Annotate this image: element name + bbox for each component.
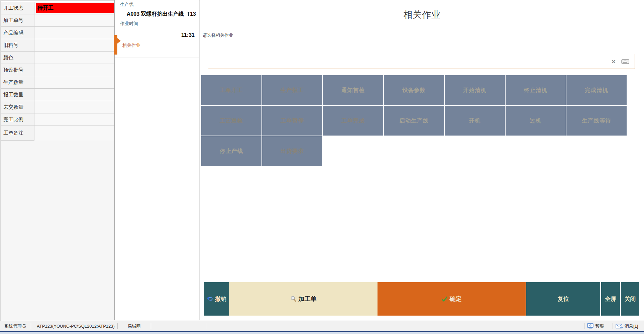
field-value <box>34 52 114 64</box>
keyboard-icon[interactable] <box>619 59 635 64</box>
alert-label: 预警 <box>596 323 604 329</box>
action-button[interactable]: 出货要求 <box>262 136 322 166</box>
fullscreen-button[interactable]: 全屏 <box>601 282 620 316</box>
field-label: 报工数量 <box>1 89 34 101</box>
action-button[interactable]: 生产报工 <box>262 75 322 105</box>
field-value <box>34 14 114 26</box>
production-line-label: 生产线 <box>120 2 134 8</box>
action-button[interactable]: 终止清机 <box>506 75 566 105</box>
table-row: 生产数量 <box>1 76 114 89</box>
action-button[interactable]: 通知首检 <box>323 75 383 105</box>
message-button[interactable]: 消息[1] <box>616 321 638 331</box>
operation-button-grid: 工单开工 生产报工 通知首检 设备参数 开始清机 终止清机 完成清机 工艺巡检 … <box>201 75 627 166</box>
divider <box>613 323 613 329</box>
divider <box>584 323 584 329</box>
alert-button[interactable]: 预警 <box>587 321 604 331</box>
table-row: 未交数量 <box>1 101 114 113</box>
search-input[interactable] <box>208 54 609 69</box>
check-icon <box>442 297 447 302</box>
nav-item-related-operations[interactable]: 相关作业 <box>115 35 199 56</box>
field-label: 开工状态 <box>1 2 34 14</box>
action-button[interactable]: 开机 <box>445 106 505 136</box>
production-line-panel: 生产线 A003 双螺杆挤出生产线 T13 作业时间 11:31 相关作业 <box>115 0 200 320</box>
production-line-value: A003 双螺杆挤出生产线 T13 <box>115 11 196 18</box>
action-button[interactable]: 启动生产线 <box>384 106 444 136</box>
divider <box>115 58 199 58</box>
confirm-button[interactable]: 确定 <box>378 282 526 316</box>
table-row: 工单备注 <box>1 126 114 141</box>
divider <box>638 0 638 320</box>
field-value <box>34 101 114 113</box>
reset-button[interactable]: 复位 <box>526 282 600 316</box>
operation-search-box[interactable]: × <box>208 54 635 69</box>
table-row: 完工比例 <box>1 113 114 126</box>
field-label: 产品编码 <box>1 27 34 39</box>
action-button[interactable]: 停止产线 <box>201 136 261 166</box>
process-order-button[interactable]: 加工单 <box>229 282 378 316</box>
message-label: 消息[1] <box>625 323 638 329</box>
work-time-label: 作业时间 <box>120 21 138 27</box>
envelope-icon <box>616 324 623 329</box>
monitor-gear-icon <box>587 323 594 329</box>
action-button[interactable]: 过机 <box>506 106 566 136</box>
undo-button-label: 撤销 <box>215 295 226 303</box>
action-button[interactable]: 完成清机 <box>566 75 627 105</box>
close-button[interactable]: 关闭 <box>621 282 639 316</box>
action-button[interactable]: 工单暂停 <box>262 106 322 136</box>
action-button[interactable]: 设备参数 <box>384 75 444 105</box>
start-status-value: 待开工 <box>34 2 114 14</box>
field-value <box>34 64 114 76</box>
field-value <box>34 113 114 126</box>
field-value <box>34 27 114 39</box>
network-label: 局域网 <box>117 321 151 331</box>
field-value <box>34 76 114 88</box>
table-row: 颜色 <box>1 52 114 64</box>
field-label: 预设批号 <box>1 64 34 76</box>
close-button-label: 关闭 <box>625 295 636 303</box>
field-label: 未交数量 <box>1 101 34 113</box>
selection-marker-arrow-icon <box>117 38 121 44</box>
table-row: 加工单号 <box>1 14 114 27</box>
field-label: 旧料号 <box>1 39 34 51</box>
reset-button-label: 复位 <box>558 295 569 303</box>
confirm-button-label: 确定 <box>450 295 462 303</box>
process-order-button-label: 加工单 <box>299 295 317 303</box>
field-label: 加工单号 <box>1 14 34 26</box>
action-button[interactable]: 生产线等待 <box>566 106 627 136</box>
field-label: 完工比例 <box>1 113 34 126</box>
search-icon <box>290 296 296 302</box>
field-value <box>34 89 114 101</box>
selection-hint: 请选择相关作业 <box>203 32 233 38</box>
action-button[interactable]: 工单完成 <box>323 106 383 136</box>
undo-icon <box>207 297 213 301</box>
action-button[interactable]: 开始清机 <box>445 75 505 105</box>
table-row: 报工数量 <box>1 89 114 101</box>
bottom-strip <box>0 332 644 334</box>
action-button[interactable]: 工单开工 <box>201 75 261 105</box>
fullscreen-button-label: 全屏 <box>605 295 616 303</box>
field-value <box>34 39 114 51</box>
divider <box>31 323 31 329</box>
field-label: 生产数量 <box>1 76 34 88</box>
table-row: 旧料号 <box>1 39 114 52</box>
related-operations-panel: 相关作业 请选择相关作业 × 工单开工 生产报工 通知首检 设备参数 开始清机 … <box>200 0 644 320</box>
status-bar: 系统管理员 ATP123(YOUNG-PC\SQL2012:ATP123) 局域… <box>0 321 644 331</box>
user-label: 系统管理员 <box>4 321 26 331</box>
undo-button[interactable]: 撤销 <box>204 282 229 316</box>
table-row: 产品编码 <box>1 27 114 39</box>
work-order-info-panel: 开工状态 待开工 加工单号 产品编码 旧料号 颜色 预设批号 生产数量 报工数量… <box>1 2 114 320</box>
clear-icon[interactable]: × <box>609 58 619 65</box>
selection-marker <box>114 35 117 55</box>
divider <box>206 323 206 329</box>
action-button[interactable]: 工艺巡检 <box>201 106 261 136</box>
field-value <box>34 126 114 141</box>
field-label: 工单备注 <box>1 126 34 141</box>
connection-label: ATP123(YOUNG-PC\SQL2012:ATP123) <box>37 321 115 331</box>
divider <box>151 323 151 329</box>
table-row: 预设批号 <box>1 64 114 76</box>
field-label: 颜色 <box>1 52 34 64</box>
table-row: 开工状态 待开工 <box>1 2 114 14</box>
page-title: 相关作业 <box>200 9 644 21</box>
nav-item-label: 相关作业 <box>122 43 140 49</box>
